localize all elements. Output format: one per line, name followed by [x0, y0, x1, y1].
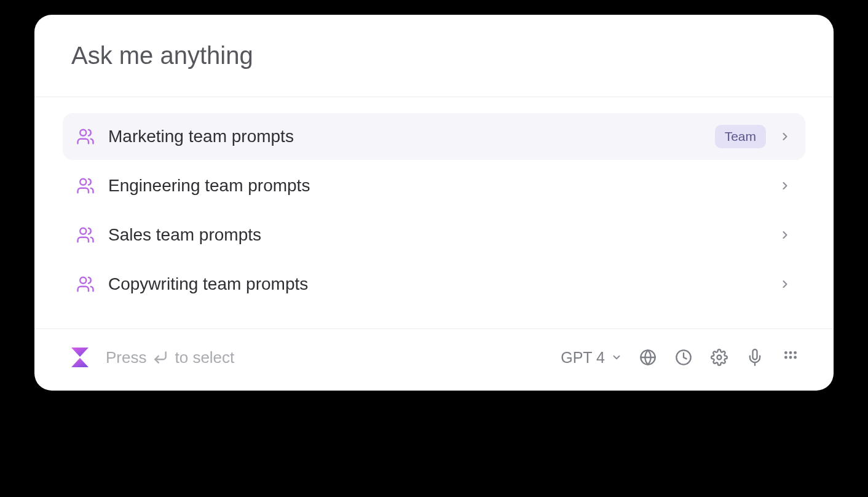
list-item[interactable]: Copywriting team prompts	[63, 261, 805, 308]
clock-icon[interactable]	[675, 349, 692, 366]
list-item[interactable]: Marketing team prompts Team	[63, 113, 805, 160]
svg-point-9	[784, 351, 787, 354]
search-input[interactable]	[71, 42, 797, 70]
team-icon	[76, 177, 95, 195]
team-icon	[76, 275, 95, 293]
chevron-down-icon	[611, 352, 622, 363]
svg-point-13	[789, 356, 792, 359]
list-item-label: Engineering team prompts	[108, 176, 778, 196]
list-item-label: Copywriting team prompts	[108, 274, 778, 294]
chevron-right-icon	[778, 277, 792, 291]
globe-icon[interactable]	[639, 349, 657, 366]
team-icon	[76, 226, 95, 244]
command-palette: Marketing team prompts Team Engineering …	[34, 15, 834, 391]
chevron-right-icon	[778, 228, 792, 242]
svg-point-2	[80, 228, 86, 234]
gear-icon[interactable]	[711, 349, 728, 366]
list-item-label: Marketing team prompts	[108, 127, 715, 146]
svg-point-1	[80, 179, 86, 185]
team-badge: Team	[715, 125, 766, 148]
svg-point-0	[80, 130, 86, 136]
list-item-label: Sales team prompts	[108, 225, 778, 245]
svg-point-7	[717, 356, 722, 360]
hint-prefix: Press	[106, 348, 146, 367]
list-item[interactable]: Sales team prompts	[63, 212, 805, 258]
keyboard-hint: Press to select	[106, 348, 234, 367]
footer-actions	[639, 349, 799, 366]
footer-bar: Press to select GPT 4	[34, 328, 834, 391]
search-area	[34, 15, 834, 97]
svg-point-10	[789, 351, 792, 354]
app-logo-icon	[69, 346, 91, 368]
svg-point-12	[784, 356, 787, 359]
grid-menu-icon[interactable]	[782, 349, 799, 366]
team-icon	[76, 127, 95, 146]
model-selector[interactable]: GPT 4	[561, 349, 622, 367]
enter-key-icon	[152, 349, 168, 365]
hint-suffix: to select	[175, 348, 234, 367]
model-label: GPT 4	[561, 349, 605, 367]
prompt-group-list: Marketing team prompts Team Engineering …	[34, 97, 834, 328]
svg-point-14	[794, 356, 797, 359]
list-item[interactable]: Engineering team prompts	[63, 162, 805, 209]
svg-point-11	[794, 351, 797, 354]
microphone-icon[interactable]	[746, 349, 763, 366]
chevron-right-icon	[778, 130, 792, 143]
svg-point-3	[80, 277, 86, 284]
chevron-right-icon	[778, 179, 792, 193]
